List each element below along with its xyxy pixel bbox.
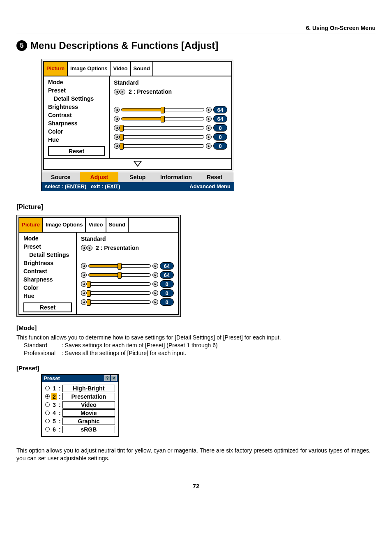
osd-top-tabs: Picture Image Options Video Sound [44,62,231,76]
tab-picture[interactable]: Picture [19,218,43,232]
preset-label-button[interactable]: sRGB [62,426,115,433]
page-number: 72 [16,482,376,489]
slider-contrast[interactable]: ◂▸64 [81,270,174,279]
hint-advanced-menu: Advanced Menu [189,183,231,189]
preset-option-5[interactable]: 5:Graphic [45,417,115,425]
arrow-right-icon[interactable]: ▸ [206,107,212,113]
tab-picture[interactable]: Picture [44,62,68,76]
slider-track[interactable] [121,144,204,148]
preset-label-button[interactable]: Movie [62,409,115,417]
slider-track[interactable] [88,291,151,295]
preset-option-6[interactable]: 6:sRGB [45,425,115,434]
arrow-left-icon[interactable]: ◂ [114,125,120,131]
slider-track[interactable] [121,108,204,111]
slider-brightness[interactable]: ◂▸64 [81,261,174,270]
bottom-tab-setup[interactable]: Setup [118,172,157,182]
item-color[interactable]: Color [23,284,72,292]
arrow-right-icon[interactable]: ▸ [206,134,212,140]
preset-option-2[interactable]: 2:Presentation [45,392,115,401]
arrow-left-icon[interactable]: ◂ [114,134,120,140]
radio-icon[interactable] [45,394,50,399]
slider-sharpness[interactable]: ◂▸0 [81,279,174,289]
arrow-right-icon[interactable]: ▸ [152,272,158,278]
arrow-left-icon[interactable]: ◂ [81,263,87,269]
slider-hue[interactable]: ◂▸0 [81,298,174,307]
slider-track[interactable] [88,300,151,304]
radio-icon[interactable] [45,427,50,432]
slider-track[interactable] [121,126,204,129]
slider-brightness[interactable]: ◂▸64 [114,105,227,114]
preset-label-button[interactable]: Presentation [62,393,115,400]
slider-color[interactable]: ◂▸0 [81,289,174,298]
tab-video[interactable]: Video [86,218,106,232]
radio-icon[interactable] [45,419,50,423]
item-detail-settings[interactable]: Detail Settings [48,95,105,103]
left-right-icon[interactable]: ◂▸ [114,89,125,95]
preset-label-button[interactable]: Video [62,401,115,409]
slider-sharpness[interactable]: ◂▸0 [114,123,227,132]
reset-button[interactable]: Reset [23,302,72,312]
slider-hue[interactable]: ◂▸0 [114,141,227,150]
item-detail-settings[interactable]: Detail Settings [23,251,72,259]
preset-number: 1 [51,385,57,392]
radio-icon[interactable] [45,402,50,407]
item-contrast[interactable]: Contrast [23,267,72,275]
item-brightness[interactable]: Brightness [23,259,72,267]
left-right-icon[interactable]: ◂▸ [81,245,92,251]
item-hue[interactable]: Hue [23,292,72,300]
item-contrast[interactable]: Contrast [48,111,105,119]
tab-video[interactable]: Video [111,62,131,76]
arrow-right-icon[interactable]: ▸ [206,125,212,131]
bottom-tab-adjust[interactable]: Adjust [80,172,119,182]
item-hue[interactable]: Hue [48,136,105,144]
tab-sound[interactable]: Sound [131,62,153,76]
slider-track[interactable] [88,273,151,277]
close-icon[interactable]: × [111,375,117,381]
item-brightness[interactable]: Brightness [48,103,105,111]
bottom-tab-information[interactable]: Information [157,172,196,182]
item-sharpness[interactable]: Sharpness [48,119,105,127]
tab-image-options[interactable]: Image Options [43,218,86,232]
help-icon[interactable]: ? [104,375,110,381]
bottom-tab-source[interactable]: Source [42,172,80,182]
arrow-right-icon[interactable]: ▸ [152,263,158,269]
preset-option-1[interactable]: 1:High-Bright [45,384,115,392]
item-sharpness[interactable]: Sharpness [23,275,72,284]
preset-option-4[interactable]: 4:Movie [45,409,115,417]
arrow-left-icon[interactable]: ◂ [81,272,87,278]
slider-track[interactable] [88,282,151,286]
arrow-left-icon[interactable]: ◂ [81,290,87,296]
item-preset[interactable]: Preset [23,242,72,251]
preset-label-button[interactable]: Graphic [62,418,115,425]
colon: : [57,418,62,425]
arrow-left-icon[interactable]: ◂ [114,116,120,122]
arrow-left-icon[interactable]: ◂ [114,143,120,149]
arrow-left-icon[interactable]: ◂ [81,299,87,305]
bottom-tab-reset[interactable]: Reset [195,172,234,182]
slider-track[interactable] [121,135,204,138]
slider-contrast[interactable]: ◂▸64 [114,114,227,123]
arrow-right-icon[interactable]: ▸ [152,290,158,296]
item-mode[interactable]: Mode [23,234,72,242]
slider-track[interactable] [88,264,151,268]
preset-option-3[interactable]: 3:Video [45,401,115,409]
arrow-right-icon[interactable]: ▸ [152,281,158,287]
arrow-right-icon[interactable]: ▸ [206,116,212,122]
item-color[interactable]: Color [48,127,105,136]
radio-icon[interactable] [45,386,50,390]
item-mode[interactable]: Mode [48,78,105,86]
arrow-left-icon[interactable]: ◂ [114,107,120,113]
slider-value: 0 [213,133,227,141]
radio-icon[interactable] [45,411,50,415]
preset-heading: [Preset] [16,365,376,372]
arrow-right-icon[interactable]: ▸ [152,299,158,305]
arrow-right-icon[interactable]: ▸ [206,143,212,149]
item-preset[interactable]: Preset [48,86,105,95]
slider-track[interactable] [121,117,204,120]
preset-label-button[interactable]: High-Bright [62,385,115,392]
arrow-left-icon[interactable]: ◂ [81,281,87,287]
slider-color[interactable]: ◂▸0 [114,132,227,141]
reset-button[interactable]: Reset [48,146,105,156]
tab-sound[interactable]: Sound [106,218,129,232]
tab-image-options[interactable]: Image Options [68,62,111,76]
